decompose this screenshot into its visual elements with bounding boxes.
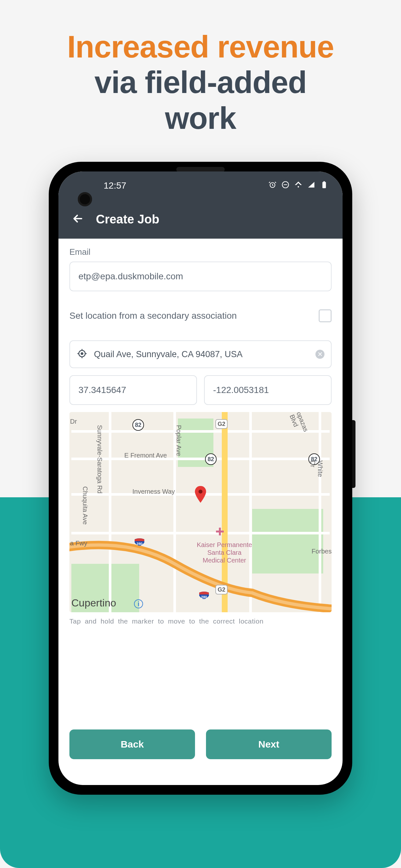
wifi-icon [294, 181, 303, 191]
back-icon[interactable] [71, 212, 84, 226]
map-street-label: Sunnyvale-Saratoga Rd [96, 425, 103, 493]
status-icons [268, 181, 328, 191]
locate-icon[interactable] [76, 348, 88, 361]
map-poi-label: Medical Center [192, 557, 257, 564]
headline-line-1: Increased revenue [19, 29, 382, 65]
map-street-label: White Dr [309, 461, 324, 477]
address-field[interactable]: Quail Ave, Sunnyvale, CA 94087, USA ✕ [69, 340, 332, 368]
back-button[interactable]: Back [69, 730, 195, 759]
map-street-label: Dr [70, 418, 77, 425]
svg-text:280: 280 [201, 595, 207, 599]
dnd-icon [281, 181, 289, 191]
app-bar: Create Job [58, 200, 343, 239]
svg-point-2 [298, 186, 299, 187]
svg-rect-20 [216, 531, 224, 532]
svg-rect-3 [322, 182, 326, 188]
svg-text:280: 280 [136, 542, 143, 546]
interstate-280-badge: 280 [134, 538, 145, 547]
clear-icon[interactable]: ✕ [315, 350, 325, 359]
battery-icon [320, 181, 328, 191]
map-street-label: Poplar Ave [175, 425, 182, 456]
svg-rect-4 [323, 181, 325, 182]
phone-screen: 12:57 [58, 172, 343, 785]
status-bar: 12:57 [58, 172, 343, 200]
phone-frame: 12:57 [49, 162, 352, 795]
route-g2-badge: G2 [215, 419, 227, 429]
route-82-badge: 82 [205, 454, 217, 465]
next-button[interactable]: Next [206, 730, 332, 759]
secondary-association-checkbox[interactable] [319, 309, 332, 322]
email-field[interactable]: etp@epa.duskmobile.com [69, 261, 332, 291]
address-value: Quail Ave, Sunnyvale, CA 94087, USA [94, 349, 309, 360]
signal-icon [307, 181, 315, 191]
map-view[interactable]: 82 82 82 G2 G2 280 280 E Fremont Ave Inv… [69, 412, 332, 612]
map-street-label: Chuquita Ave [81, 486, 89, 525]
svg-point-23 [198, 490, 203, 494]
map-pin-icon[interactable] [194, 486, 207, 504]
page-title: Create Job [96, 213, 159, 226]
headline-line-2: via field-added [19, 65, 382, 100]
svg-point-6 [81, 352, 83, 354]
longitude-field[interactable]: -122.0053181 [204, 375, 332, 405]
marketing-headline: Increased revenue via field-added work [0, 0, 401, 149]
map-poi-label: Kaiser Permanente [192, 541, 257, 549]
map-roads [69, 412, 332, 612]
map-street-label: a Fwy [70, 539, 87, 547]
map-poi-label: Santa Clara [192, 549, 257, 556]
map-street-label: Forbes [312, 548, 332, 555]
email-label: Email [69, 247, 332, 257]
route-82-badge: 82 [132, 419, 144, 431]
map-street-label: Inverness Way [132, 488, 175, 495]
map-city-label: Cupertino [71, 597, 116, 609]
secondary-association-label: Set location from a secondary associatio… [69, 311, 237, 321]
map-hint-text: Tap and hold the marker to move to the c… [69, 617, 332, 625]
svg-rect-8 [252, 509, 323, 574]
status-time: 12:57 [104, 181, 126, 191]
route-g2-badge: G2 [215, 585, 227, 594]
phone-camera [78, 192, 92, 206]
latitude-field[interactable]: 37.3415647 [69, 375, 197, 405]
alarm-icon [268, 181, 277, 191]
interstate-280-badge: 280 [198, 591, 210, 600]
map-info-icon[interactable]: i [134, 599, 143, 609]
headline-line-3: work [19, 100, 382, 136]
map-street-label: E Fremont Ave [124, 452, 167, 459]
